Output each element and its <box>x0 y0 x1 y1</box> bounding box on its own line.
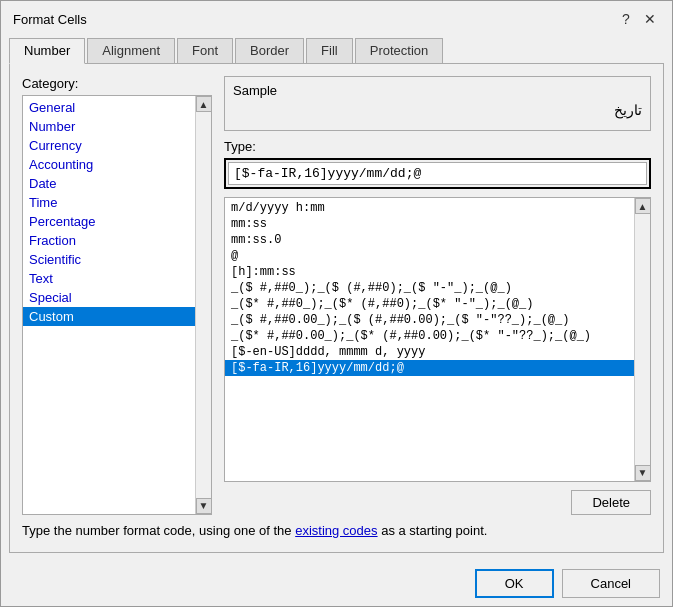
delete-row: Delete <box>224 490 651 515</box>
dialog-title: Format Cells <box>13 12 87 27</box>
title-bar: Format Cells ? ✕ <box>1 1 672 33</box>
category-label: Category: <box>22 76 212 91</box>
hint-area: Type the number format code, using one o… <box>22 521 651 541</box>
category-fraction[interactable]: Fraction <box>23 231 195 250</box>
type-input-wrapper <box>224 158 651 189</box>
category-currency[interactable]: Currency <box>23 136 195 155</box>
sample-label: Sample <box>233 83 642 98</box>
close-button[interactable]: ✕ <box>640 9 660 29</box>
format-list-wrapper: m/d/yyyy h:mm mm:ss mm:ss.0 @ [h]:mm:ss … <box>224 197 651 482</box>
category-number[interactable]: Number <box>23 117 195 136</box>
format-item[interactable]: mm:ss.0 <box>225 232 634 248</box>
format-item[interactable]: _($* #,##0_);_($* (#,##0);_($* "-"_);_(@… <box>225 296 634 312</box>
help-button[interactable]: ? <box>616 9 636 29</box>
format-item[interactable]: _($ #,##0.00_);_($ (#,##0.00);_($ "-"??_… <box>225 312 634 328</box>
sample-value: تاریخ <box>233 102 642 124</box>
hint-text-after: as a starting point. <box>378 523 488 538</box>
type-section: Type: <box>224 139 651 189</box>
scroll-track <box>196 112 211 498</box>
category-special[interactable]: Special <box>23 288 195 307</box>
tab-protection[interactable]: Protection <box>355 38 444 64</box>
sample-section: Sample تاریخ <box>224 76 651 131</box>
hint-link[interactable]: existing codes <box>295 523 377 538</box>
ok-button[interactable]: OK <box>475 569 554 598</box>
title-bar-controls: ? ✕ <box>616 9 660 29</box>
format-scroll-down-btn[interactable]: ▼ <box>635 465 651 481</box>
format-scroll-up-btn[interactable]: ▲ <box>635 198 651 214</box>
category-custom[interactable]: Custom <box>23 307 195 326</box>
format-item[interactable]: _($* #,##0.00_);_($* (#,##0.00);_($* "-"… <box>225 328 634 344</box>
tab-alignment[interactable]: Alignment <box>87 38 175 64</box>
format-item[interactable]: mm:ss <box>225 216 634 232</box>
category-list: General Number Currency Accounting Date … <box>23 96 195 514</box>
category-percentage[interactable]: Percentage <box>23 212 195 231</box>
type-input[interactable] <box>228 162 647 185</box>
cancel-button[interactable]: Cancel <box>562 569 660 598</box>
format-scrollbar[interactable]: ▲ ▼ <box>634 198 650 481</box>
scroll-down-btn[interactable]: ▼ <box>196 498 212 514</box>
format-item-selected[interactable]: [$-fa-IR,16]yyyy/mm/dd;@ <box>225 360 634 376</box>
tab-bar: Number Alignment Font Border Fill Protec… <box>1 33 672 63</box>
tab-border[interactable]: Border <box>235 38 304 64</box>
scroll-up-btn[interactable]: ▲ <box>196 96 212 112</box>
category-list-wrapper: General Number Currency Accounting Date … <box>22 95 212 515</box>
type-label: Type: <box>224 139 651 154</box>
format-item[interactable]: _($ #,##0_);_($ (#,##0);_($ "-"_);_(@_) <box>225 280 634 296</box>
category-general[interactable]: General <box>23 98 195 117</box>
footer: OK Cancel <box>1 561 672 606</box>
format-item[interactable]: m/d/yyyy h:mm <box>225 200 634 216</box>
hint-text-before: Type the number format code, using one o… <box>22 523 295 538</box>
format-item[interactable]: [$-en-US]dddd, mmmm d, yyyy <box>225 344 634 360</box>
content-row: Category: General Number Currency Accoun… <box>22 76 651 515</box>
category-scrollbar[interactable]: ▲ ▼ <box>195 96 211 514</box>
format-item[interactable]: [h]:mm:ss <box>225 264 634 280</box>
tab-font[interactable]: Font <box>177 38 233 64</box>
tab-content: Category: General Number Currency Accoun… <box>9 63 664 553</box>
category-scientific[interactable]: Scientific <box>23 250 195 269</box>
format-list: m/d/yyyy h:mm mm:ss mm:ss.0 @ [h]:mm:ss … <box>225 198 634 481</box>
format-item[interactable]: @ <box>225 248 634 264</box>
category-date[interactable]: Date <box>23 174 195 193</box>
format-cells-dialog: Format Cells ? ✕ Number Alignment Font B… <box>0 0 673 607</box>
category-accounting[interactable]: Accounting <box>23 155 195 174</box>
tab-fill[interactable]: Fill <box>306 38 353 64</box>
delete-button[interactable]: Delete <box>571 490 651 515</box>
right-panel: Sample تاریخ Type: m/d/yyyy h:mm mm:ss m… <box>224 76 651 515</box>
format-scroll-track <box>635 214 650 465</box>
category-text[interactable]: Text <box>23 269 195 288</box>
tab-number[interactable]: Number <box>9 38 85 64</box>
category-panel: Category: General Number Currency Accoun… <box>22 76 212 515</box>
category-time[interactable]: Time <box>23 193 195 212</box>
